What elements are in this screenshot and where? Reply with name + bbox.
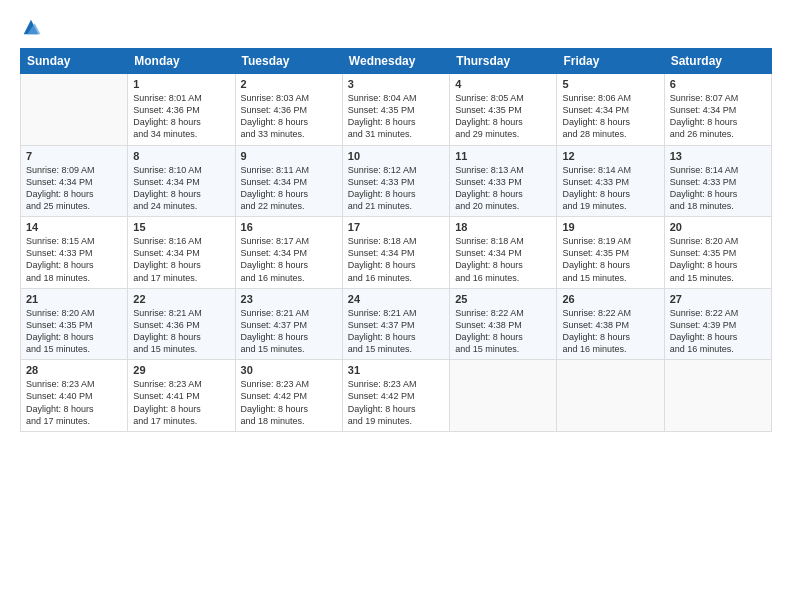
calendar-week-2: 7Sunrise: 8:09 AM Sunset: 4:34 PM Daylig… [21,145,772,217]
day-info: Sunrise: 8:11 AM Sunset: 4:34 PM Dayligh… [241,164,337,213]
day-number: 22 [133,293,229,305]
weekday-header-sunday: Sunday [21,49,128,74]
calendar-cell: 11Sunrise: 8:13 AM Sunset: 4:33 PM Dayli… [450,145,557,217]
calendar-cell: 4Sunrise: 8:05 AM Sunset: 4:35 PM Daylig… [450,74,557,146]
day-number: 21 [26,293,122,305]
calendar-cell: 17Sunrise: 8:18 AM Sunset: 4:34 PM Dayli… [342,217,449,289]
calendar-cell: 8Sunrise: 8:10 AM Sunset: 4:34 PM Daylig… [128,145,235,217]
day-number: 31 [348,364,444,376]
calendar-cell: 18Sunrise: 8:18 AM Sunset: 4:34 PM Dayli… [450,217,557,289]
page: SundayMondayTuesdayWednesdayThursdayFrid… [0,0,792,612]
day-info: Sunrise: 8:01 AM Sunset: 4:36 PM Dayligh… [133,92,229,141]
calendar-cell: 24Sunrise: 8:21 AM Sunset: 4:37 PM Dayli… [342,288,449,360]
day-number: 13 [670,150,766,162]
day-number: 25 [455,293,551,305]
day-number: 29 [133,364,229,376]
day-number: 27 [670,293,766,305]
weekday-header-wednesday: Wednesday [342,49,449,74]
calendar-week-3: 14Sunrise: 8:15 AM Sunset: 4:33 PM Dayli… [21,217,772,289]
calendar-cell: 7Sunrise: 8:09 AM Sunset: 4:34 PM Daylig… [21,145,128,217]
day-info: Sunrise: 8:07 AM Sunset: 4:34 PM Dayligh… [670,92,766,141]
calendar-cell: 22Sunrise: 8:21 AM Sunset: 4:36 PM Dayli… [128,288,235,360]
day-number: 20 [670,221,766,233]
calendar-cell: 10Sunrise: 8:12 AM Sunset: 4:33 PM Dayli… [342,145,449,217]
day-info: Sunrise: 8:14 AM Sunset: 4:33 PM Dayligh… [670,164,766,213]
calendar-cell: 23Sunrise: 8:21 AM Sunset: 4:37 PM Dayli… [235,288,342,360]
day-number: 4 [455,78,551,90]
calendar-week-4: 21Sunrise: 8:20 AM Sunset: 4:35 PM Dayli… [21,288,772,360]
calendar-cell [450,360,557,432]
day-info: Sunrise: 8:13 AM Sunset: 4:33 PM Dayligh… [455,164,551,213]
weekday-header-saturday: Saturday [664,49,771,74]
day-info: Sunrise: 8:14 AM Sunset: 4:33 PM Dayligh… [562,164,658,213]
day-number: 11 [455,150,551,162]
day-info: Sunrise: 8:21 AM Sunset: 4:36 PM Dayligh… [133,307,229,356]
header [20,16,772,38]
day-info: Sunrise: 8:20 AM Sunset: 4:35 PM Dayligh… [670,235,766,284]
calendar-cell: 28Sunrise: 8:23 AM Sunset: 4:40 PM Dayli… [21,360,128,432]
calendar-cell: 31Sunrise: 8:23 AM Sunset: 4:42 PM Dayli… [342,360,449,432]
day-number: 6 [670,78,766,90]
day-info: Sunrise: 8:18 AM Sunset: 4:34 PM Dayligh… [455,235,551,284]
day-number: 15 [133,221,229,233]
day-number: 28 [26,364,122,376]
calendar-cell: 29Sunrise: 8:23 AM Sunset: 4:41 PM Dayli… [128,360,235,432]
day-info: Sunrise: 8:21 AM Sunset: 4:37 PM Dayligh… [348,307,444,356]
day-number: 14 [26,221,122,233]
day-info: Sunrise: 8:04 AM Sunset: 4:35 PM Dayligh… [348,92,444,141]
day-info: Sunrise: 8:10 AM Sunset: 4:34 PM Dayligh… [133,164,229,213]
day-number: 1 [133,78,229,90]
day-number: 17 [348,221,444,233]
day-info: Sunrise: 8:09 AM Sunset: 4:34 PM Dayligh… [26,164,122,213]
day-number: 8 [133,150,229,162]
calendar-cell: 12Sunrise: 8:14 AM Sunset: 4:33 PM Dayli… [557,145,664,217]
day-number: 30 [241,364,337,376]
calendar-cell: 3Sunrise: 8:04 AM Sunset: 4:35 PM Daylig… [342,74,449,146]
calendar-cell: 27Sunrise: 8:22 AM Sunset: 4:39 PM Dayli… [664,288,771,360]
weekday-header-thursday: Thursday [450,49,557,74]
calendar-cell: 1Sunrise: 8:01 AM Sunset: 4:36 PM Daylig… [128,74,235,146]
logo-icon [20,16,42,38]
calendar-cell: 6Sunrise: 8:07 AM Sunset: 4:34 PM Daylig… [664,74,771,146]
day-info: Sunrise: 8:05 AM Sunset: 4:35 PM Dayligh… [455,92,551,141]
calendar-cell [557,360,664,432]
day-info: Sunrise: 8:23 AM Sunset: 4:42 PM Dayligh… [348,378,444,427]
day-info: Sunrise: 8:16 AM Sunset: 4:34 PM Dayligh… [133,235,229,284]
calendar-cell: 26Sunrise: 8:22 AM Sunset: 4:38 PM Dayli… [557,288,664,360]
day-info: Sunrise: 8:20 AM Sunset: 4:35 PM Dayligh… [26,307,122,356]
calendar-cell: 16Sunrise: 8:17 AM Sunset: 4:34 PM Dayli… [235,217,342,289]
calendar-cell [21,74,128,146]
day-info: Sunrise: 8:15 AM Sunset: 4:33 PM Dayligh… [26,235,122,284]
day-info: Sunrise: 8:06 AM Sunset: 4:34 PM Dayligh… [562,92,658,141]
day-info: Sunrise: 8:18 AM Sunset: 4:34 PM Dayligh… [348,235,444,284]
day-number: 3 [348,78,444,90]
day-info: Sunrise: 8:23 AM Sunset: 4:41 PM Dayligh… [133,378,229,427]
day-number: 7 [26,150,122,162]
calendar-cell [664,360,771,432]
day-number: 2 [241,78,337,90]
calendar-cell: 25Sunrise: 8:22 AM Sunset: 4:38 PM Dayli… [450,288,557,360]
day-number: 19 [562,221,658,233]
logo [20,16,45,38]
day-number: 18 [455,221,551,233]
day-number: 23 [241,293,337,305]
weekday-header-monday: Monday [128,49,235,74]
day-info: Sunrise: 8:19 AM Sunset: 4:35 PM Dayligh… [562,235,658,284]
weekday-header-tuesday: Tuesday [235,49,342,74]
calendar-header: SundayMondayTuesdayWednesdayThursdayFrid… [21,49,772,74]
calendar-week-1: 1Sunrise: 8:01 AM Sunset: 4:36 PM Daylig… [21,74,772,146]
day-number: 10 [348,150,444,162]
day-info: Sunrise: 8:22 AM Sunset: 4:38 PM Dayligh… [562,307,658,356]
day-number: 16 [241,221,337,233]
day-number: 12 [562,150,658,162]
day-info: Sunrise: 8:12 AM Sunset: 4:33 PM Dayligh… [348,164,444,213]
calendar-cell: 21Sunrise: 8:20 AM Sunset: 4:35 PM Dayli… [21,288,128,360]
day-info: Sunrise: 8:03 AM Sunset: 4:36 PM Dayligh… [241,92,337,141]
day-info: Sunrise: 8:21 AM Sunset: 4:37 PM Dayligh… [241,307,337,356]
day-info: Sunrise: 8:23 AM Sunset: 4:42 PM Dayligh… [241,378,337,427]
calendar-cell: 20Sunrise: 8:20 AM Sunset: 4:35 PM Dayli… [664,217,771,289]
calendar-cell: 30Sunrise: 8:23 AM Sunset: 4:42 PM Dayli… [235,360,342,432]
day-info: Sunrise: 8:23 AM Sunset: 4:40 PM Dayligh… [26,378,122,427]
calendar-cell: 5Sunrise: 8:06 AM Sunset: 4:34 PM Daylig… [557,74,664,146]
calendar-cell: 19Sunrise: 8:19 AM Sunset: 4:35 PM Dayli… [557,217,664,289]
